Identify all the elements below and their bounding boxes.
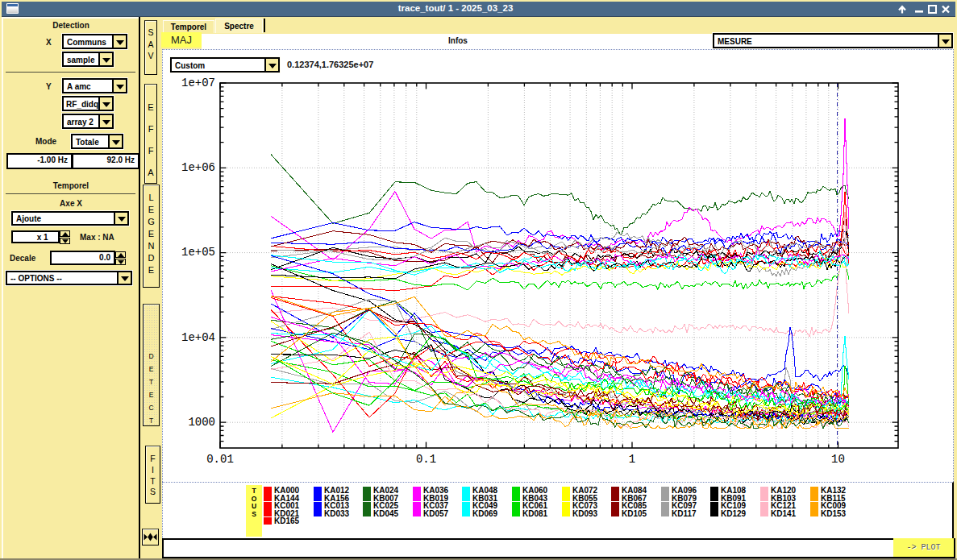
svg-text:1e+07: 1e+07 [181,77,215,89]
svg-text:1000: 1000 [188,416,215,429]
svg-text:1: 1 [629,453,635,466]
svg-text:1e+05: 1e+05 [181,246,215,259]
svg-text:0.01: 0.01 [206,453,234,466]
svg-text:1e+06: 1e+06 [181,161,215,174]
svg-text:0.1: 0.1 [416,453,436,466]
svg-text:10: 10 [831,453,845,466]
svg-text:1e+04: 1e+04 [181,331,215,344]
